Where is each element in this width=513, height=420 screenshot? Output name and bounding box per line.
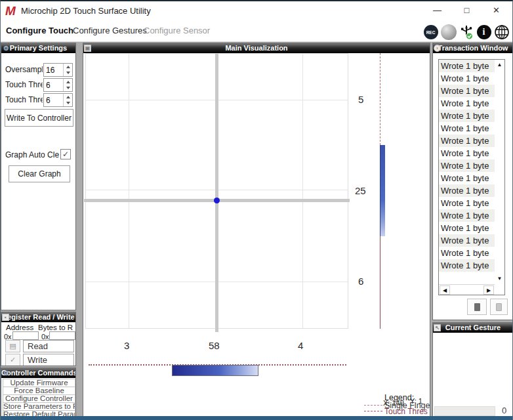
touch-threshold-x-stepper[interactable]	[63, 79, 72, 91]
touch-threshold-y-row: Touch Thre:	[1, 93, 76, 108]
spin-down-icon[interactable]	[66, 87, 70, 89]
touch-threshold-y-label: Touch Thre:	[5, 95, 43, 104]
controller-commands-panel: ⚙ Controller Commands Update Firmware Fo…	[1, 368, 76, 417]
transaction-row[interactable]: Wrote 1 byte	[439, 85, 495, 97]
scroll-right-icon[interactable]: ▶	[483, 285, 494, 295]
connection-status-icon[interactable]	[440, 24, 457, 41]
write-to-controller-button[interactable]: Write To Controller	[5, 109, 73, 127]
usb-icon[interactable]	[458, 24, 474, 41]
primary-settings-panel: ⚙ Primary Settings Oversamplin Touch Thr…	[1, 43, 76, 310]
trash-icon	[496, 303, 502, 311]
info-icon[interactable]: i	[476, 24, 492, 41]
close-button[interactable]: ✕	[482, 1, 511, 20]
register-read-write-header: ▪ Register Read / Write	[1, 312, 75, 322]
clear-graph-button[interactable]: Clear Graph	[9, 165, 70, 182]
touch-point-marker	[214, 198, 220, 203]
spin-down-icon[interactable]	[66, 72, 70, 74]
transaction-row[interactable]: Wrote 1 byte	[439, 135, 495, 147]
spin-up-icon[interactable]	[66, 81, 70, 83]
transaction-window-title: Transaction Window	[438, 44, 508, 52]
titlebar: M Microchip 2D Touch Surface Utility — □…	[1, 1, 512, 21]
crosshair-vertical	[215, 54, 218, 332]
gridline	[302, 54, 303, 328]
transaction-row[interactable]: Wrote 1 byte	[439, 222, 495, 234]
transaction-row[interactable]: Wrote 1 byte	[439, 247, 495, 259]
y-axis-label: 25	[355, 185, 366, 196]
primary-settings-header: ⚙ Primary Settings	[1, 43, 75, 53]
gridline	[129, 54, 129, 328]
scroll-left-icon[interactable]: ◀	[440, 285, 450, 295]
spin-up-icon[interactable]	[66, 96, 70, 98]
touch-threshold-x-label: Touch Thre:	[5, 80, 43, 89]
document-icon	[474, 303, 480, 311]
oversampling-row: Oversamplin	[1, 63, 76, 77]
spin-down-icon[interactable]	[66, 102, 70, 104]
viz-window-icon: ▣	[84, 45, 91, 52]
current-gesture-panel: ↖ Current Gesture 0	[432, 322, 513, 417]
transaction-row[interactable]: Wrote 1 byte	[439, 147, 495, 159]
transaction-row[interactable]: Wrote 1 byte	[439, 60, 495, 72]
graph-auto-clear-row: Graph Auto Cle ✓	[1, 148, 76, 161]
touch-threshold-y-stepper[interactable]	[63, 94, 72, 106]
gear-icon: ⚙	[2, 44, 10, 52]
controller-commands-title: Controller Commands	[1, 369, 75, 377]
x-signal-bar	[172, 365, 258, 376]
spin-up-icon[interactable]	[66, 66, 70, 68]
read-icon-button[interactable]: ▤	[5, 340, 20, 352]
app-window: M Microchip 2D Touch Surface Utility — □…	[0, 0, 513, 420]
transaction-row[interactable]: Wrote 1 byte	[439, 159, 495, 172]
main-visualization-title: Main Visualization	[225, 44, 287, 52]
tab-configure-gestures[interactable]: Configure Gestures	[73, 21, 147, 41]
legend-touch-thres: Touch Thres	[384, 407, 428, 416]
gear-icon: ⚙	[2, 369, 10, 377]
x-axis-label: 3	[124, 340, 129, 351]
transaction-row[interactable]: Wrote 1 byte	[439, 209, 495, 222]
y-threshold-line-dashed	[380, 53, 380, 145]
touch-threshold-x-row: Touch Thre:	[1, 78, 76, 93]
tab-configure-touch[interactable]: Configure Touch	[6, 21, 73, 41]
y-signal-bar	[380, 145, 385, 236]
globe-icon[interactable]	[493, 24, 510, 41]
touch-grid[interactable]	[85, 53, 348, 329]
touch-threshold-y-input[interactable]	[44, 94, 63, 106]
main-visualization-panel: ▣ Main Visualization 5 25 6 3 58 4 Legen…	[83, 43, 430, 417]
menu-bar: Configure Touch Configure Gestures Confi…	[1, 21, 512, 42]
transaction-list[interactable]: Wrote 1 byte Wrote 1 byte Wrote 1 byte W…	[438, 59, 505, 295]
vertical-scrollbar[interactable]: ▲ ▼	[495, 60, 504, 295]
transaction-row[interactable]: Wrote 1 byte	[439, 184, 495, 197]
transaction-row[interactable]: Wrote 1 byte	[439, 72, 495, 85]
minimize-button[interactable]: —	[422, 1, 452, 20]
transaction-row[interactable]: Wrote 1 byte	[439, 172, 495, 184]
transaction-row[interactable]: Wrote 1 byte	[439, 97, 495, 110]
microchip-logo-icon: M	[5, 4, 18, 18]
scroll-up-icon[interactable]: ▲	[495, 60, 504, 70]
window-bottom-border	[1, 416, 512, 420]
transaction-row[interactable]: Wrote 1 byte	[439, 122, 495, 135]
transaction-row[interactable]: Wrote 1 byte	[439, 259, 495, 272]
transaction-window-header: › Transaction Window	[433, 43, 513, 53]
record-icon[interactable]: REC	[422, 24, 439, 41]
bytes-input[interactable]	[49, 331, 75, 340]
graph-auto-clear-checkbox[interactable]: ✓	[60, 149, 71, 159]
read-button[interactable]: Read	[23, 340, 74, 352]
gesture-count: 0	[502, 406, 506, 415]
horizontal-scrollbar[interactable]: ◀ ▶	[439, 284, 495, 295]
copy-log-button[interactable]	[467, 299, 487, 315]
oversampling-input[interactable]	[44, 64, 63, 76]
gesture-progress-bar	[434, 406, 495, 416]
oversampling-stepper[interactable]	[63, 64, 72, 76]
write-button[interactable]: Write	[23, 354, 74, 366]
touch-threshold-x-input[interactable]	[44, 79, 63, 91]
transaction-row[interactable]: Wrote 1 byte	[439, 234, 495, 247]
maximize-button[interactable]: □	[452, 1, 482, 20]
transaction-row[interactable]: Wrote 1 byte	[439, 110, 495, 122]
tab-configure-sensor[interactable]: Configure Sensor	[144, 21, 210, 41]
transaction-row[interactable]: Wrote 1 byte	[439, 197, 495, 209]
write-icon-button[interactable]: ✓	[5, 354, 20, 366]
clear-log-button[interactable]	[490, 299, 508, 315]
current-gesture-title: Current Gesture	[445, 324, 501, 331]
scroll-down-icon[interactable]: ▼	[495, 274, 504, 284]
primary-settings-title: Primary Settings	[10, 44, 67, 52]
address-input[interactable]	[12, 331, 39, 340]
register-read-write-title: Register Read / Write	[2, 313, 74, 321]
